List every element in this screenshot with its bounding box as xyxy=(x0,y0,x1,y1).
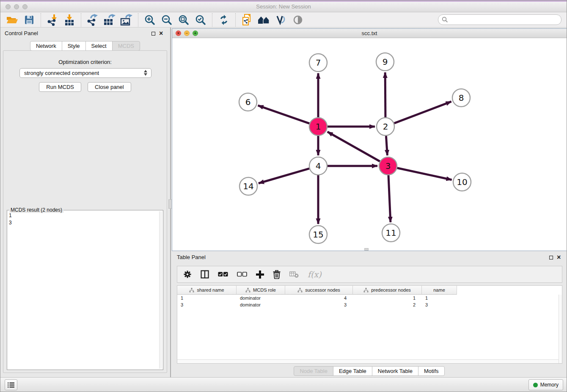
function-builder-button[interactable]: f(x) xyxy=(308,270,322,279)
criterion-dropdown[interactable]: strongly connected component xyxy=(19,68,151,78)
node-table: shared nameMCDS rolesuccessor nodesprede… xyxy=(177,285,562,364)
column-header-name[interactable]: name xyxy=(422,286,457,295)
mcds-result-text[interactable]: 1 3 xyxy=(9,212,158,369)
node-2[interactable]: 2 xyxy=(377,118,394,135)
column-header-shared-name[interactable]: shared name xyxy=(177,286,237,295)
graphics-details-button[interactable] xyxy=(272,13,289,27)
edge-4-14[interactable] xyxy=(259,168,309,183)
zoom-selected-button[interactable] xyxy=(192,13,209,27)
tab-network-table[interactable]: Network Table xyxy=(372,366,418,376)
tab-node-table[interactable]: Node Table xyxy=(294,366,333,376)
columns-icon xyxy=(201,270,209,279)
list-icon xyxy=(8,382,14,388)
window-title: Session: New Session xyxy=(0,3,567,10)
close-panel-icon[interactable]: × xyxy=(159,31,163,36)
add-column-button[interactable] xyxy=(256,271,264,279)
show-hide-button[interactable] xyxy=(289,13,306,27)
zoom-out-button[interactable] xyxy=(158,13,175,27)
select-all-button[interactable] xyxy=(218,271,228,277)
edge-3-1[interactable] xyxy=(328,132,380,161)
node-1[interactable]: 1 xyxy=(309,118,327,135)
edge-2-9[interactable] xyxy=(385,72,385,117)
show-columns-button[interactable] xyxy=(201,270,209,279)
network-resize-handle[interactable] xyxy=(364,248,369,251)
network-canvas[interactable]: 7968124314101511 xyxy=(172,38,567,251)
apply-layout-button[interactable] xyxy=(215,13,232,27)
tab-select[interactable]: Select xyxy=(85,41,113,51)
column-header-predecessor-nodes[interactable]: predecessor nodes xyxy=(353,286,422,295)
network-window-titlebar: × − + scc.txt xyxy=(172,29,567,38)
export-network-button[interactable] xyxy=(84,13,101,27)
node-9[interactable]: 9 xyxy=(376,53,394,71)
export-table-button[interactable] xyxy=(101,13,118,27)
control-panel-tabs: NetworkStyleSelectMCDS xyxy=(0,41,170,51)
node-10[interactable]: 10 xyxy=(453,173,471,191)
tab-mcds[interactable]: MCDS xyxy=(112,41,140,51)
svg-text:1: 1 xyxy=(316,121,321,132)
table-row[interactable]: 3dominator323 xyxy=(177,301,562,308)
table-settings-button[interactable] xyxy=(183,270,192,279)
clear-table-icon xyxy=(289,271,299,278)
memory-label: Memory xyxy=(540,382,559,388)
network-window-title: scc.txt xyxy=(172,30,567,36)
table-panel-tabs: Node TableEdge TableNetwork TableMotifs xyxy=(172,366,567,376)
column-label: shared name xyxy=(197,287,224,293)
column-header-mcds-role[interactable]: MCDS role xyxy=(237,286,285,295)
edge-2-3[interactable] xyxy=(386,136,387,155)
close-panel-button[interactable]: Close panel xyxy=(88,82,131,92)
save-session-button[interactable] xyxy=(21,13,38,27)
memory-button[interactable]: Memory xyxy=(528,379,563,390)
table-horizontal-scrollbar[interactable] xyxy=(177,359,559,363)
search-input[interactable] xyxy=(438,14,561,25)
node-7[interactable]: 7 xyxy=(309,54,327,72)
search-field xyxy=(438,14,561,25)
tab-motifs[interactable]: Motifs xyxy=(418,366,445,376)
open-session-button[interactable] xyxy=(4,13,21,27)
tab-network[interactable]: Network xyxy=(30,41,62,51)
edge-1-6[interactable] xyxy=(258,105,310,124)
tab-edge-table[interactable]: Edge Table xyxy=(333,366,372,376)
column-header-successor-nodes[interactable]: successor nodes xyxy=(285,286,353,295)
table-toolbar: f(x) xyxy=(177,266,562,283)
table-row[interactable]: 1dominator411 xyxy=(177,295,562,301)
network-from-selection-icon xyxy=(242,14,253,26)
import-table-button[interactable] xyxy=(61,13,78,27)
cell: dominator xyxy=(237,295,285,301)
tab-style[interactable]: Style xyxy=(62,41,86,51)
node-3[interactable]: 3 xyxy=(379,157,397,175)
cell: dominator xyxy=(237,301,285,308)
task-history-button[interactable] xyxy=(5,379,17,390)
float-panel-icon[interactable] xyxy=(151,32,155,36)
deselect-all-button[interactable] xyxy=(237,271,247,277)
node-14[interactable]: 14 xyxy=(239,177,257,195)
import-network-icon xyxy=(47,14,58,26)
edge-2-8[interactable] xyxy=(394,102,451,123)
import-network-button[interactable] xyxy=(44,13,61,27)
node-15[interactable]: 15 xyxy=(309,226,327,243)
toolbar-separator xyxy=(138,13,138,27)
svg-text:8: 8 xyxy=(459,93,464,103)
clear-table-button[interactable] xyxy=(289,271,299,278)
edge-3-10[interactable] xyxy=(397,168,452,180)
node-8[interactable]: 8 xyxy=(452,89,470,107)
import-table-icon xyxy=(64,14,75,26)
zoom-in-button[interactable] xyxy=(141,13,158,27)
export-image-button[interactable] xyxy=(118,13,135,27)
svg-text:11: 11 xyxy=(385,228,396,238)
table-vertical-scrollbar[interactable] xyxy=(559,295,562,363)
close-table-panel-icon[interactable]: × xyxy=(557,255,561,260)
svg-text:14: 14 xyxy=(243,181,253,191)
float-table-panel-icon[interactable] xyxy=(549,256,553,259)
zoom-fit-button[interactable] xyxy=(175,13,192,27)
delete-column-button[interactable] xyxy=(273,270,281,279)
first-neighbors-button[interactable] xyxy=(256,13,272,27)
result-scrollbar[interactable] xyxy=(159,211,162,369)
edge-3-11[interactable] xyxy=(388,175,391,222)
cell: 1 xyxy=(177,295,237,301)
network-from-selection-button[interactable] xyxy=(239,13,256,27)
svg-text:3: 3 xyxy=(385,161,391,171)
node-11[interactable]: 11 xyxy=(382,224,400,242)
node-4[interactable]: 4 xyxy=(309,157,327,175)
run-mcds-button[interactable]: Run MCDS xyxy=(39,82,81,92)
node-6[interactable]: 6 xyxy=(239,93,257,111)
